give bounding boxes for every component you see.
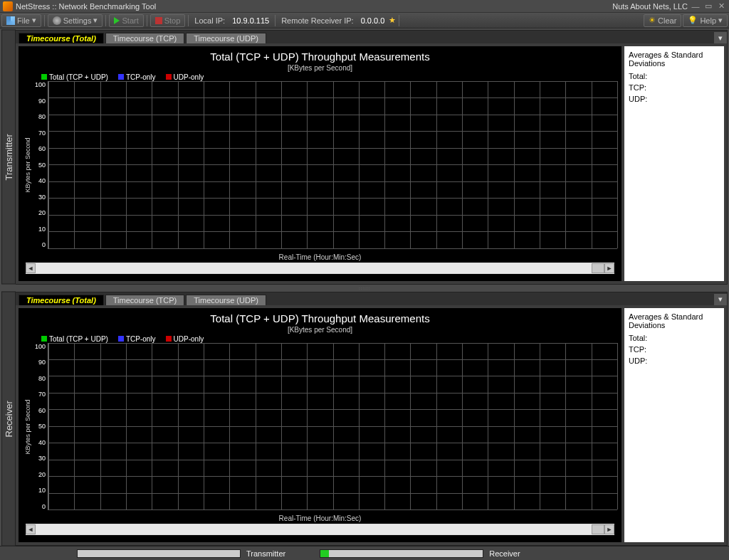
maximize-button[interactable]: ▭	[703, 2, 713, 11]
legend-swatch-total	[41, 336, 47, 342]
status-bar: Transmitter Receiver	[0, 546, 729, 560]
start-button[interactable]: Start	[109, 14, 143, 27]
scroll-left-icon[interactable]: ◄	[26, 263, 36, 273]
stop-icon	[155, 17, 162, 24]
stats-tcp-label: TCP:	[629, 345, 720, 354]
x-axis-label: Real-Time (Hour:Min:Sec)	[23, 510, 617, 522]
x-axis-label: Real-Time (Hour:Min:Sec)	[23, 249, 617, 261]
chevron-down-icon: ▾	[32, 16, 36, 25]
y-axis-label: KBytes per Second	[23, 343, 33, 511]
stats-header: Averages & Standard Deviations	[629, 312, 720, 329]
tab-timecourse-total[interactable]: Timecourse (Total)	[19, 295, 104, 305]
chart-title: Total (TCP + UDP) Throughput Measurement…	[23, 312, 617, 324]
transmitter-side-label: Transmitter	[1, 30, 16, 285]
receiver-side-label: Receiver	[1, 292, 16, 546]
chart-subtitle: [KBytes per Second]	[23, 326, 617, 334]
play-icon	[114, 17, 120, 24]
stats-udp-label: UDP:	[629, 356, 720, 365]
chart-title: Total (TCP + UDP) Throughput Measurement…	[23, 51, 617, 63]
scroll-right-icon[interactable]: ►	[604, 524, 614, 534]
status-transmitter-label: Transmitter	[246, 549, 285, 558]
home-icon	[6, 16, 15, 25]
transmitter-progress	[77, 549, 241, 558]
legend-swatch-total	[41, 74, 47, 80]
tab-timecourse-tcp[interactable]: Timecourse (TCP)	[105, 295, 184, 305]
transmitter-stats-panel: Averages & Standard Deviations Total: TC…	[624, 46, 724, 281]
status-receiver-label: Receiver	[489, 549, 520, 558]
panel-options-icon[interactable]: ▾	[714, 32, 727, 43]
legend-swatch-udp	[166, 74, 172, 80]
settings-menu[interactable]: Settings ▾	[48, 14, 103, 27]
tab-timecourse-udp[interactable]: Timecourse (UDP)	[186, 295, 266, 305]
stats-total-label: Total:	[629, 334, 720, 342]
sun-icon: ☀	[649, 16, 656, 25]
chart-horizontal-scrollbar[interactable]: ◄ ►	[26, 263, 614, 274]
main-toolbar: File ▾ Settings ▾ Start Stop Local IP: 1…	[0, 13, 729, 28]
stats-header: Averages & Standard Deviations	[629, 51, 720, 68]
local-ip-label: Local IP:	[192, 16, 228, 25]
app-icon	[3, 1, 13, 11]
chevron-down-icon: ▾	[718, 16, 723, 25]
clear-button[interactable]: ☀Clear	[644, 14, 681, 27]
chart-horizontal-scrollbar[interactable]: ◄ ►	[26, 524, 614, 535]
minimize-button[interactable]: —	[691, 2, 701, 11]
legend-swatch-tcp	[118, 74, 124, 80]
receiver-chart: Total (TCP + UDP) Throughput Measurement…	[19, 308, 622, 543]
stop-button[interactable]: Stop	[150, 14, 186, 27]
chart-grid	[48, 343, 617, 511]
local-ip-value: 10.9.0.115	[229, 16, 272, 25]
tab-timecourse-tcp[interactable]: Timecourse (TCP)	[105, 33, 184, 43]
transmitter-tabs: Timecourse (Total) Timecourse (TCP) Time…	[16, 31, 727, 43]
vendor-label: Nuts About Nets, LLC	[612, 2, 688, 11]
transmitter-chart: Total (TCP + UDP) Throughput Measurement…	[19, 46, 622, 281]
y-axis-label: KBytes per Second	[23, 81, 33, 249]
stats-total-label: Total:	[629, 72, 720, 80]
legend-swatch-tcp	[118, 336, 124, 342]
file-menu[interactable]: File ▾	[1, 14, 41, 27]
panel-options-icon[interactable]: ▾	[714, 294, 727, 305]
receiver-stats-panel: Averages & Standard Deviations Total: TC…	[624, 308, 724, 543]
chart-subtitle: [KBytes per Second]	[23, 64, 617, 72]
legend-swatch-udp	[166, 336, 172, 342]
lightbulb-icon: 💡	[688, 16, 698, 25]
stats-tcp-label: TCP:	[629, 83, 720, 92]
chart-grid	[48, 81, 617, 249]
remote-ip-value: 0.0.0.0	[358, 16, 388, 25]
scroll-left-icon[interactable]: ◄	[26, 524, 36, 534]
y-axis-ticks: 1009080706050403020100	[33, 343, 48, 511]
gear-icon	[53, 16, 61, 25]
help-menu[interactable]: 💡Help ▾	[683, 14, 728, 27]
window-title: NetStress :: Network Benchmarking Tool	[16, 2, 156, 11]
receiver-progress	[320, 549, 483, 558]
receiver-tabs: Timecourse (Total) Timecourse (TCP) Time…	[16, 292, 727, 305]
window-titlebar: NetStress :: Network Benchmarking Tool N…	[0, 0, 729, 13]
remote-ip-label: Remote Receiver IP:	[278, 16, 356, 25]
star-icon[interactable]: ★	[389, 16, 396, 25]
y-axis-ticks: 1009080706050403020100	[33, 81, 48, 249]
panel-splitter[interactable]: ::::::	[1, 286, 728, 290]
scroll-right-icon[interactable]: ►	[604, 263, 614, 273]
close-button[interactable]: ✕	[716, 2, 726, 11]
tab-timecourse-total[interactable]: Timecourse (Total)	[19, 33, 104, 43]
chart-legend: Total (TCP + UDP) TCP-only UDP-only	[41, 335, 617, 343]
chevron-down-icon: ▾	[93, 16, 98, 25]
tab-timecourse-udp[interactable]: Timecourse (UDP)	[186, 33, 266, 43]
stats-udp-label: UDP:	[629, 95, 720, 103]
chart-legend: Total (TCP + UDP) TCP-only UDP-only	[41, 73, 617, 81]
